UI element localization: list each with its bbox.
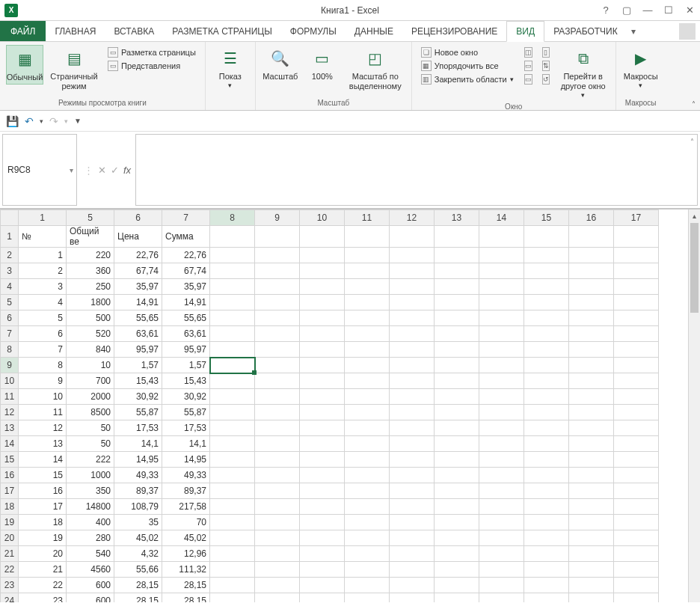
cell[interactable]	[345, 342, 390, 358]
cell[interactable]	[479, 483, 524, 499]
cell[interactable]	[614, 562, 659, 578]
col-header-15[interactable]: 15	[524, 210, 569, 226]
cell[interactable]	[300, 436, 345, 452]
zoom-100-button[interactable]: ▭ 100%	[304, 45, 341, 83]
cell[interactable]	[255, 515, 300, 530]
cell[interactable]: 540	[67, 546, 114, 562]
col-header-8[interactable]: 8	[210, 210, 255, 226]
cell[interactable]: 18	[19, 515, 67, 530]
cell[interactable]	[524, 326, 569, 342]
accept-formula-icon[interactable]: ✓	[111, 165, 119, 176]
cell[interactable]: 89,37	[114, 483, 162, 499]
cell[interactable]: 95,97	[162, 342, 210, 358]
cell[interactable]: 1800	[67, 295, 114, 310]
cell[interactable]	[614, 436, 659, 452]
formula-expand-icon[interactable]: ˄	[690, 138, 694, 146]
cell[interactable]: 55,66	[114, 562, 162, 578]
cell[interactable]: 520	[67, 326, 114, 342]
view-page-layout-button[interactable]: ▭ Разметка страницы	[105, 46, 199, 58]
ribbon-menu-icon[interactable]: ▾	[627, 21, 640, 41]
cell[interactable]	[569, 326, 614, 342]
cell[interactable]	[345, 326, 390, 342]
macros-button[interactable]: ▶ Макросы▾	[622, 45, 660, 91]
cell[interactable]	[390, 263, 435, 279]
cell[interactable]: 28,15	[162, 593, 210, 603]
cell[interactable]	[479, 263, 524, 279]
cell[interactable]	[300, 546, 345, 562]
cell[interactable]	[210, 546, 255, 562]
cell[interactable]	[435, 515, 479, 530]
cell[interactable]: 14,1	[114, 436, 162, 452]
cell[interactable]	[569, 468, 614, 483]
cell[interactable]	[524, 405, 569, 420]
cell[interactable]	[569, 452, 614, 468]
row-header[interactable]: 21	[1, 546, 19, 562]
cell[interactable]: 9	[19, 373, 67, 389]
cell[interactable]	[479, 420, 524, 436]
cell[interactable]	[255, 263, 300, 279]
cell[interactable]	[255, 226, 300, 248]
cell[interactable]	[569, 436, 614, 452]
cell[interactable]	[479, 499, 524, 515]
cell[interactable]	[479, 226, 524, 248]
cell[interactable]: 15	[19, 468, 67, 483]
cell[interactable]	[435, 499, 479, 515]
cell[interactable]	[210, 226, 255, 248]
cell[interactable]	[345, 226, 390, 248]
cell[interactable]: 840	[67, 342, 114, 358]
cell[interactable]	[345, 562, 390, 578]
cell[interactable]	[569, 546, 614, 562]
cell[interactable]	[524, 499, 569, 515]
cell[interactable]	[614, 279, 659, 295]
cell[interactable]: 11	[19, 405, 67, 420]
cell[interactable]: 30,92	[162, 389, 210, 405]
cell[interactable]	[390, 578, 435, 593]
cell[interactable]: 217,58	[162, 499, 210, 515]
col-header-5[interactable]: 5	[67, 210, 114, 226]
vertical-scrollbar[interactable]: ▴	[688, 209, 700, 602]
cell[interactable]	[345, 263, 390, 279]
undo-icon[interactable]: ↶	[25, 115, 34, 127]
cell[interactable]: 2	[19, 263, 67, 279]
cell[interactable]: 8500	[67, 405, 114, 420]
cell[interactable]: 17,53	[162, 420, 210, 436]
col-header-17[interactable]: 17	[614, 210, 659, 226]
ribbon-options-icon[interactable]: ▢	[616, 0, 637, 21]
cell[interactable]	[300, 578, 345, 593]
cell[interactable]	[390, 279, 435, 295]
cell[interactable]	[210, 358, 255, 373]
cell[interactable]	[614, 405, 659, 420]
cell[interactable]: 30,92	[114, 389, 162, 405]
cell[interactable]	[614, 468, 659, 483]
tab-вид[interactable]: ВИД	[506, 21, 544, 42]
cell[interactable]	[614, 326, 659, 342]
cell[interactable]	[210, 483, 255, 499]
cell[interactable]	[210, 593, 255, 603]
col-header-1[interactable]: 1	[19, 210, 67, 226]
cell[interactable]	[345, 468, 390, 483]
freeze-panes-button[interactable]: ▥Закрепить области ▾	[418, 73, 517, 85]
cell[interactable]	[390, 420, 435, 436]
cell[interactable]	[345, 389, 390, 405]
row-header[interactable]: 7	[1, 326, 19, 342]
cell[interactable]: 14,1	[162, 436, 210, 452]
view-normal-button[interactable]: ▦ Обычный	[6, 45, 43, 85]
cell[interactable]	[390, 373, 435, 389]
cell[interactable]	[210, 310, 255, 326]
cell[interactable]	[524, 515, 569, 530]
cell[interactable]	[435, 373, 479, 389]
cell[interactable]	[524, 373, 569, 389]
cell[interactable]	[390, 483, 435, 499]
cell[interactable]	[614, 546, 659, 562]
row-header[interactable]: 10	[1, 373, 19, 389]
cell[interactable]: 17,53	[114, 420, 162, 436]
cell[interactable]	[210, 420, 255, 436]
cell[interactable]	[210, 342, 255, 358]
cell[interactable]	[255, 326, 300, 342]
arrange-all-button[interactable]: ▦Упорядочить все	[418, 60, 517, 72]
row-header[interactable]: 9	[1, 358, 19, 373]
cell[interactable]	[210, 326, 255, 342]
view-custom-views-button[interactable]: ▭ Представления	[105, 60, 199, 72]
cell[interactable]: 55,87	[114, 405, 162, 420]
cell[interactable]	[210, 452, 255, 468]
